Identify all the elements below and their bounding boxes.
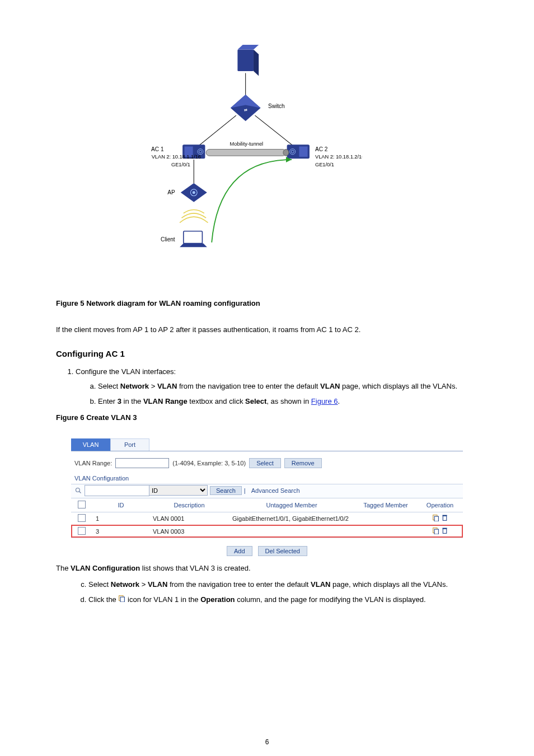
- delete-icon[interactable]: [441, 527, 448, 535]
- after-panel-paragraph: The VLAN Configuration list shows that V…: [56, 563, 478, 574]
- col-description: Description: [149, 498, 229, 512]
- add-button[interactable]: Add: [227, 546, 252, 556]
- switch-label: Switch: [268, 103, 285, 109]
- search-row: ID Search | Advanced Search: [71, 484, 463, 498]
- svg-point-22: [76, 488, 80, 492]
- figure6-caption: Figure 6 Create VLAN 3: [56, 413, 478, 422]
- search-input[interactable]: [85, 485, 149, 496]
- row-checkbox[interactable]: [78, 527, 86, 535]
- step-1: Configure the VLAN interfaces: Select Ne…: [76, 366, 478, 408]
- svg-marker-1: [254, 49, 259, 76]
- search-button[interactable]: Search: [210, 486, 242, 495]
- svg-marker-20: [180, 244, 207, 248]
- ac1-ge-label: GE1/0/1: [171, 162, 190, 167]
- select-button[interactable]: Select: [249, 458, 281, 468]
- search-icon: [74, 487, 82, 494]
- row-checkbox[interactable]: [78, 514, 86, 522]
- step-1c: Select Network > VLAN from the navigatio…: [88, 579, 478, 591]
- tunnel-label: Mobility-tunnel: [230, 141, 264, 147]
- cell-untagged: [229, 525, 354, 538]
- client-icon: [180, 231, 207, 248]
- svg-rect-30: [443, 529, 447, 534]
- ac2-ge-label: GE1/0/1: [315, 162, 334, 167]
- col-operation: Operation: [417, 498, 463, 512]
- search-field-select[interactable]: ID: [149, 485, 208, 496]
- figure5-caption: Figure 5 Network diagram for WLAN roamin…: [56, 299, 478, 307]
- ac2-icon: [287, 144, 310, 158]
- delete-icon[interactable]: [441, 514, 448, 522]
- col-id: ID: [92, 498, 149, 512]
- step-1a: Select Network > VLAN from the navigatio…: [98, 381, 478, 393]
- ordered-steps-cont: Select Network > VLAN from the navigatio…: [56, 579, 478, 606]
- svg-rect-27: [442, 515, 447, 516]
- select-all-checkbox[interactable]: [78, 501, 86, 508]
- svg-line-23: [79, 491, 81, 493]
- switch-icon: ⇄: [231, 95, 261, 121]
- del-selected-button[interactable]: Del Selected: [258, 546, 307, 556]
- cell-tagged: [354, 512, 417, 525]
- intro-paragraph: If the client moves from AP 1 to AP 2 af…: [56, 324, 478, 335]
- section-heading: Configuring AC 1: [56, 349, 478, 358]
- separator: |: [244, 487, 246, 494]
- edit-inline-icon: [118, 594, 125, 606]
- svg-rect-31: [442, 528, 447, 529]
- table-row: 1 VLAN 0001 GigabitEthernet1/0/1, Gigabi…: [71, 512, 463, 525]
- roaming-arrow-icon: [212, 157, 292, 242]
- remove-button[interactable]: Remove: [284, 458, 322, 468]
- step-1b: Enter 3 in the VLAN Range textbox and cl…: [98, 396, 478, 408]
- ac2-name-label: AC 2: [315, 146, 328, 152]
- ap-icon: [181, 183, 207, 202]
- cell-desc: VLAN 0001: [149, 512, 229, 525]
- vlan-panel-screenshot: VLAN Port VLAN Range: (1-4094, Example: …: [71, 438, 463, 559]
- edit-icon[interactable]: [432, 527, 439, 535]
- vlan-range-label: VLAN Range:: [74, 460, 112, 466]
- vlan-range-hint: (1-4094, Example: 3, 5-10): [172, 460, 246, 466]
- table-row: 3 VLAN 0003: [71, 525, 463, 538]
- cell-id: 3: [92, 525, 149, 538]
- svg-marker-2: [237, 45, 259, 49]
- vlan-range-input[interactable]: [115, 458, 169, 468]
- table-actions: Add Del Selected: [71, 538, 463, 559]
- figure6-link[interactable]: Figure 6: [311, 397, 338, 405]
- svg-rect-13: [299, 147, 307, 157]
- svg-rect-0: [237, 49, 254, 71]
- svg-rect-26: [443, 516, 447, 521]
- page-number: 6: [265, 738, 269, 746]
- svg-rect-33: [121, 597, 125, 602]
- ap-label: AP: [167, 189, 175, 195]
- svg-point-15: [283, 150, 289, 156]
- tab-port[interactable]: Port: [110, 438, 149, 451]
- col-checkbox: [71, 498, 92, 512]
- ac1-name-label: AC 1: [151, 146, 164, 152]
- step-1d: Click the icon for VLAN 1 in the Operati…: [88, 594, 478, 606]
- vlan-range-row: VLAN Range: (1-4094, Example: 3, 5-10) S…: [71, 451, 463, 472]
- mobility-tunnel-icon: [206, 150, 289, 156]
- col-tagged: Tagged Member: [354, 498, 417, 512]
- svg-rect-25: [434, 516, 438, 521]
- tab-vlan[interactable]: VLAN: [71, 438, 110, 451]
- ordered-steps: Configure the VLAN interfaces: Select Ne…: [56, 366, 478, 408]
- svg-rect-29: [434, 529, 438, 534]
- ac1-vlan-label: VLAN 2: 10.18.1.1/16: [152, 154, 201, 160]
- cell-id: 1: [92, 512, 149, 525]
- cell-desc: VLAN 0003: [149, 525, 229, 538]
- vlan-table: ID Description Untagged Member Tagged Me…: [71, 498, 463, 538]
- svg-point-18: [193, 191, 195, 194]
- advanced-search-link[interactable]: Advanced Search: [251, 487, 300, 494]
- tab-bar: VLAN Port: [71, 438, 463, 451]
- svg-rect-14: [206, 150, 286, 156]
- wifi-waves-icon: [180, 210, 208, 223]
- svg-rect-19: [184, 231, 203, 244]
- vlan-config-subheading: VLAN Configuration: [71, 472, 463, 484]
- cell-tagged: [354, 525, 417, 538]
- cell-untagged: GigabitEthernet1/0/1, GigabitEthernet1/0…: [229, 512, 354, 525]
- server-icon: [237, 45, 259, 76]
- col-untagged: Untagged Member: [229, 498, 354, 512]
- ac2-vlan-label: VLAN 2: 10.18.1.2/16: [315, 154, 362, 160]
- network-diagram: ⇄ Switch AC 1 VLAN 2: 10.18.1.1/16 GE1/0…: [127, 34, 407, 282]
- edit-icon[interactable]: [432, 514, 439, 522]
- client-label: Client: [161, 236, 175, 242]
- svg-text:⇄: ⇄: [244, 108, 247, 112]
